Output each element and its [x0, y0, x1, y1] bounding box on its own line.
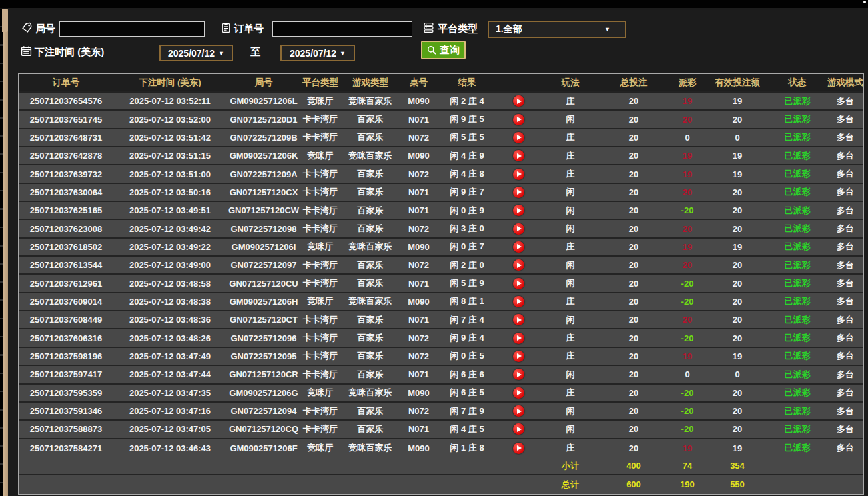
order-input[interactable] [272, 21, 412, 37]
cell-mode: 多台 [827, 93, 863, 109]
cell-status: 已派彩 [767, 275, 827, 291]
search-button[interactable]: 查询 [421, 41, 466, 59]
cell-order: 250712037654576 [19, 93, 113, 109]
cell-platform: 竞咪厅 [300, 293, 340, 310]
cell-time: 2025-07-12 03:47:35 [113, 385, 227, 401]
cell-round: GM0902571206I [227, 239, 300, 255]
cell-total: 20 [600, 421, 667, 437]
play-video-button[interactable] [513, 351, 524, 362]
play-video-button[interactable] [513, 296, 524, 307]
date-from-value: 2025/07/12 [168, 48, 215, 59]
total-cell-platform [300, 475, 340, 493]
cell-game: 百家乐 [340, 311, 400, 328]
play-video-button[interactable] [513, 423, 524, 435]
play-video-button[interactable] [513, 387, 524, 399]
cell-platform: 竞咪厅 [300, 439, 340, 457]
cell-time: 2025-07-12 03:47:16 [113, 403, 227, 419]
cell-game: 竞咪百家乐 [340, 439, 400, 457]
cell-order: 250712037613544 [19, 257, 113, 273]
cell-order: 250712037584271 [19, 439, 113, 457]
date-from-select[interactable]: 2025/07/12 ▼ [159, 45, 233, 61]
play-video-button[interactable] [513, 369, 524, 380]
cell-valid: 19 [707, 93, 767, 109]
play-video-button[interactable] [513, 132, 524, 143]
play-video-button[interactable] [513, 114, 524, 125]
cell-order: 250712037630064 [19, 184, 113, 201]
table-row: 2507120375888732025-07-12 03:47:05GN0712… [19, 421, 863, 439]
play-video-button[interactable] [513, 278, 524, 289]
cell-time: 2025-07-12 03:52:00 [113, 111, 227, 127]
cell-bet_side: 庄 [540, 129, 600, 146]
play-video-button[interactable] [513, 259, 524, 271]
cell-platform: 竞咪厅 [300, 93, 340, 109]
total-cell-round [227, 457, 300, 474]
cell-mode: 多台 [827, 184, 863, 201]
header-platform: 平台类型 [300, 74, 340, 91]
cell-total: 20 [600, 439, 667, 457]
cell-game: 百家乐 [340, 275, 400, 291]
total-cell-result [437, 457, 497, 474]
play-video-button[interactable] [513, 443, 524, 454]
play-video-button[interactable] [513, 187, 524, 198]
play-video-button[interactable] [513, 95, 524, 107]
cell-mode: 多台 [827, 403, 863, 419]
table-footer: 小计40074354总计600190550 [19, 457, 863, 494]
play-video-button[interactable] [513, 205, 524, 216]
play-video-button[interactable] [513, 405, 524, 417]
cell-valid: 19 [707, 439, 767, 457]
cell-total: 20 [600, 385, 667, 401]
cell-play [497, 275, 540, 291]
cell-game: 竞咪百家乐 [340, 239, 400, 255]
cell-payout: 19 [667, 93, 707, 109]
platform-type-select[interactable]: 1.全部 ▼ [488, 21, 626, 38]
cell-mode: 多台 [827, 366, 863, 383]
cell-order: 250712037623008 [19, 220, 113, 237]
table-row: 2507120376397322025-07-12 03:51:00GN0722… [19, 165, 863, 183]
total-cell-table_no [400, 475, 437, 493]
cell-bet_side: 庄 [540, 293, 600, 310]
table-body: 2507120376545762025-07-12 03:52:11GM0902… [19, 93, 863, 457]
cell-bet_side: 闲 [540, 366, 600, 383]
play-video-button[interactable] [513, 169, 524, 180]
cell-round: GM0902571206K [227, 147, 300, 164]
tag-icon [21, 22, 33, 33]
cell-total: 20 [600, 111, 667, 127]
cell-round: GN071257120D1 [227, 111, 300, 127]
cell-total: 20 [600, 366, 667, 383]
header-result: 结果 [437, 74, 497, 91]
header-mode: 游戏模式 [827, 74, 863, 91]
cell-mode: 多台 [827, 202, 863, 219]
cell-play [497, 239, 540, 255]
header-game: 游戏类型 [340, 74, 400, 91]
cell-bet_side: 闲 [540, 275, 600, 291]
cell-mode: 多台 [827, 311, 863, 328]
cell-result: 闲 7 庄 9 [437, 403, 497, 419]
cell-platform: 卡卡湾厅 [300, 348, 340, 365]
cell-status: 已派彩 [767, 184, 827, 201]
cell-mode: 多台 [827, 165, 863, 182]
cell-payout: 20 [667, 184, 707, 201]
cell-table_no: N072 [400, 257, 437, 273]
cell-table_no: M090 [400, 239, 437, 255]
cell-result: 闲 2 庄 0 [437, 257, 497, 273]
round-input[interactable] [59, 21, 205, 37]
cell-time: 2025-07-12 03:49:42 [113, 220, 227, 237]
date-to-select[interactable]: 2025/07/12 ▼ [280, 45, 355, 61]
cell-game: 百家乐 [340, 111, 400, 127]
cell-game: 竞咪百家乐 [340, 385, 400, 401]
cell-round: GM0902571206H [227, 293, 300, 310]
cell-mode: 多台 [827, 239, 863, 255]
play-video-button[interactable] [513, 314, 524, 325]
play-video-button[interactable] [513, 333, 524, 344]
cell-total: 20 [600, 93, 667, 109]
play-video-button[interactable] [513, 150, 524, 161]
cell-status: 已派彩 [767, 348, 827, 365]
play-video-button[interactable] [513, 223, 524, 235]
chevron-down-icon: ▼ [340, 50, 346, 57]
play-video-button[interactable] [513, 241, 524, 253]
cell-play [497, 385, 540, 401]
cell-result: 闲 7 庄 4 [437, 311, 497, 328]
cell-total: 20 [600, 403, 667, 419]
table-row: 2507120376300642025-07-12 03:50:16GN0712… [19, 184, 863, 202]
total-cell-status [767, 457, 827, 474]
